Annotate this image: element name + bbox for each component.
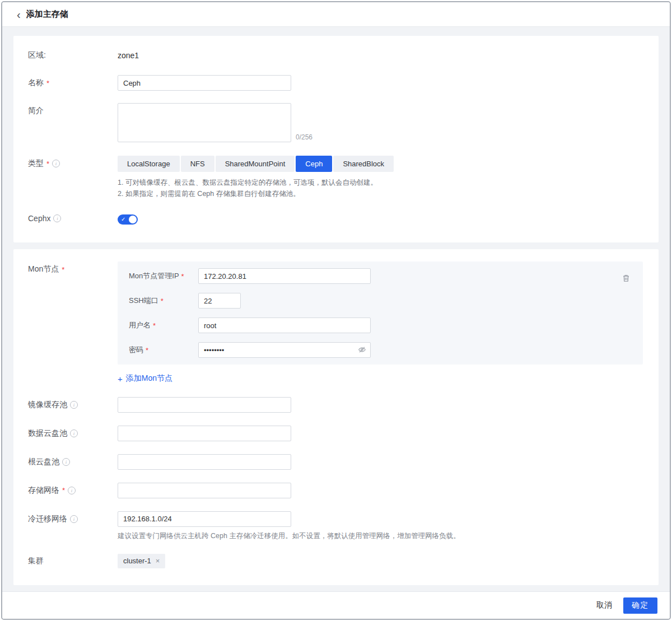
- mon-and-pools-card: Mon节点* Mon节点管理IP*: [13, 249, 659, 585]
- cephx-label: Cephx i: [28, 213, 118, 223]
- tab-nfs[interactable]: NFS: [181, 156, 214, 172]
- confirm-button[interactable]: 确定: [623, 597, 657, 614]
- add-primary-storage-window: ‹ 添加主存储 区域: zone1 名称* 简介: [1, 1, 671, 620]
- mon-label: Mon节点*: [28, 262, 118, 274]
- required-mark: *: [161, 297, 164, 305]
- remove-cluster-icon[interactable]: ×: [156, 557, 160, 565]
- data-volume-pool-row: 数据云盘池 i: [28, 426, 644, 441]
- root-volume-pool-label: 根云盘池 i: [28, 454, 118, 467]
- info-icon[interactable]: i: [52, 160, 60, 167]
- cluster-tag[interactable]: cluster-1 ×: [118, 554, 165, 568]
- username-row: 用户名*: [129, 317, 632, 333]
- eye-off-icon[interactable]: [358, 345, 366, 356]
- required-mark: *: [46, 79, 49, 87]
- footer-bar: 取消 确定: [2, 591, 670, 619]
- mon-row: Mon节点* Mon节点管理IP*: [28, 262, 644, 384]
- required-mark: *: [153, 321, 156, 330]
- required-mark: *: [181, 272, 184, 281]
- page-title: 添加主存储: [26, 9, 68, 20]
- migration-network-note: 建议设置专门网络供云主机跨 Ceph 主存储冷迁移使用。如不设置，将默认使用管理…: [118, 531, 644, 541]
- storage-network-input[interactable]: [118, 483, 291, 498]
- ssh-port-row: SSH端口*: [129, 293, 632, 309]
- toggle-check-icon: ✓: [121, 215, 125, 224]
- info-icon[interactable]: i: [70, 401, 78, 409]
- ssh-port-label: SSH端口*: [129, 296, 198, 306]
- type-note-1: 1. 可对镜像缓存、根云盘、数据云盘指定特定的存储池，可选项，默认会自动创建。: [118, 177, 644, 188]
- migration-network-label: 冷迁移网络 i: [28, 511, 118, 524]
- name-input[interactable]: [118, 75, 291, 91]
- type-note-2: 2. 如果指定，则需提前在 Ceph 存储集群自行创建存储池。: [118, 188, 644, 199]
- type-row: 类型* i LocalStorage NFS SharedMountPoint …: [28, 156, 644, 199]
- name-row: 名称*: [28, 75, 644, 91]
- root-volume-pool-row: 根云盘池 i: [28, 454, 644, 470]
- back-icon[interactable]: ‹: [17, 9, 21, 20]
- description-row: 简介 0/256: [28, 103, 644, 142]
- form-body: 区域: zone1 名称* 简介 0/256: [2, 27, 670, 591]
- tab-sharedmountpoint[interactable]: SharedMountPoint: [216, 156, 295, 172]
- mon-ip-label: Mon节点管理IP*: [129, 271, 198, 281]
- required-mark: *: [146, 346, 148, 354]
- add-mon-node-link[interactable]: + 添加Mon节点: [118, 373, 172, 384]
- cluster-tag-text: cluster-1: [123, 557, 151, 565]
- data-volume-pool-label: 数据云盘池 i: [28, 426, 118, 438]
- image-cache-pool-input[interactable]: [118, 397, 291, 413]
- zone-value: zone1: [118, 51, 139, 60]
- name-label: 名称*: [28, 75, 118, 88]
- mon-ip-row: Mon节点管理IP*: [129, 268, 632, 284]
- cancel-button[interactable]: 取消: [596, 600, 612, 610]
- zone-row: 区域: zone1: [28, 50, 644, 60]
- image-cache-pool-row: 镜像缓存池 i: [28, 397, 644, 413]
- password-input[interactable]: [198, 342, 371, 358]
- char-counter: 0/256: [296, 133, 312, 142]
- description-textarea[interactable]: [118, 103, 291, 142]
- delete-mon-node-icon[interactable]: [622, 274, 631, 285]
- migration-network-row: 冷迁移网络 i 建议设置专门网络供云主机跨 Ceph 主存储冷迁移使用。如不设置…: [28, 511, 644, 541]
- image-cache-pool-label: 镜像缓存池 i: [28, 397, 118, 410]
- data-volume-pool-input[interactable]: [118, 426, 291, 441]
- mon-node-panel: Mon节点管理IP* SSH端口* 用户名*: [118, 262, 643, 365]
- page-header: ‹ 添加主存储: [2, 2, 670, 27]
- cephx-row: Cephx i ✓: [28, 213, 644, 227]
- password-row: 密码*: [129, 342, 632, 358]
- info-icon[interactable]: i: [53, 214, 61, 222]
- plus-icon: +: [118, 374, 123, 384]
- storage-type-tabs: LocalStorage NFS SharedMountPoint Ceph S…: [118, 156, 644, 172]
- username-label: 用户名*: [129, 320, 198, 330]
- basic-info-card: 区域: zone1 名称* 简介 0/256: [13, 36, 659, 242]
- username-input[interactable]: [198, 317, 371, 333]
- password-label: 密码*: [129, 345, 198, 355]
- required-mark: *: [62, 486, 65, 494]
- cluster-label: 集群: [28, 554, 118, 566]
- info-icon[interactable]: i: [70, 429, 78, 437]
- required-mark: *: [62, 265, 64, 274]
- migration-network-input[interactable]: [118, 511, 291, 527]
- zone-label: 区域:: [28, 50, 118, 60]
- type-label: 类型* i: [28, 156, 118, 169]
- cluster-row: 集群 cluster-1 ×: [28, 554, 644, 568]
- storage-network-row: 存储网络* i: [28, 483, 644, 498]
- tab-ceph[interactable]: Ceph: [296, 156, 332, 172]
- storage-network-label: 存储网络* i: [28, 483, 118, 496]
- tab-localstorage[interactable]: LocalStorage: [118, 156, 180, 172]
- mon-ip-input[interactable]: [198, 268, 371, 284]
- root-volume-pool-input[interactable]: [118, 454, 291, 470]
- info-icon[interactable]: i: [68, 487, 76, 494]
- type-notes: 1. 可对镜像缓存、根云盘、数据云盘指定特定的存储池，可选项，默认会自动创建。 …: [118, 177, 644, 199]
- info-icon[interactable]: i: [62, 458, 70, 466]
- info-icon[interactable]: i: [70, 515, 78, 523]
- cephx-toggle[interactable]: ✓: [118, 214, 138, 225]
- ssh-port-input[interactable]: [198, 293, 241, 309]
- toggle-knob: [129, 216, 137, 223]
- required-mark: *: [46, 160, 49, 168]
- description-label: 简介: [28, 103, 118, 116]
- tab-sharedblock[interactable]: SharedBlock: [333, 156, 394, 172]
